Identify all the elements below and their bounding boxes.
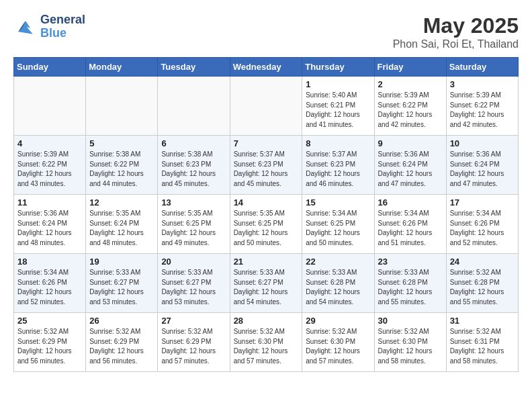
day-info: Sunrise: 5:35 AM Sunset: 6:25 PM Dayligh…: [161, 209, 226, 248]
day-info: Sunrise: 5:40 AM Sunset: 6:21 PM Dayligh…: [306, 91, 370, 130]
day-number: 30: [378, 316, 443, 326]
day-number: 3: [450, 79, 515, 89]
weekday-header: Thursday: [302, 58, 374, 77]
calendar-week-row: 11Sunrise: 5:36 AM Sunset: 6:24 PM Dayli…: [14, 195, 519, 254]
day-info: Sunrise: 5:33 AM Sunset: 6:28 PM Dayligh…: [306, 268, 370, 307]
day-number: 5: [89, 138, 154, 148]
logo-line2: Blue: [40, 27, 85, 40]
day-number: 17: [450, 197, 515, 208]
calendar-cell: 25Sunrise: 5:32 AM Sunset: 6:29 PM Dayli…: [14, 313, 86, 372]
day-number: 20: [161, 257, 226, 267]
day-info: Sunrise: 5:36 AM Sunset: 6:24 PM Dayligh…: [378, 150, 443, 189]
day-info: Sunrise: 5:32 AM Sunset: 6:30 PM Dayligh…: [306, 327, 370, 366]
day-number: 21: [234, 257, 299, 267]
logo: General Blue: [13, 13, 85, 40]
day-number: 10: [450, 138, 515, 148]
calendar-week-row: 25Sunrise: 5:32 AM Sunset: 6:29 PM Dayli…: [14, 313, 519, 372]
day-number: 16: [378, 197, 443, 208]
svg-marker-0: [18, 21, 33, 34]
day-info: Sunrise: 5:38 AM Sunset: 6:23 PM Dayligh…: [161, 150, 226, 189]
day-number: 22: [306, 257, 370, 267]
day-number: 2: [378, 79, 443, 89]
day-info: Sunrise: 5:37 AM Sunset: 6:23 PM Dayligh…: [306, 150, 370, 189]
weekday-header: Tuesday: [158, 58, 230, 77]
day-number: 7: [234, 138, 299, 148]
day-number: 19: [89, 257, 154, 267]
calendar-cell: [158, 77, 230, 136]
calendar-cell: 14Sunrise: 5:35 AM Sunset: 6:25 PM Dayli…: [230, 195, 302, 254]
day-info: Sunrise: 5:33 AM Sunset: 6:28 PM Dayligh…: [378, 268, 443, 307]
day-number: 18: [17, 257, 82, 267]
logo-text: General Blue: [40, 13, 85, 40]
day-info: Sunrise: 5:39 AM Sunset: 6:22 PM Dayligh…: [450, 91, 515, 130]
day-info: Sunrise: 5:32 AM Sunset: 6:29 PM Dayligh…: [17, 327, 82, 366]
day-info: Sunrise: 5:33 AM Sunset: 6:27 PM Dayligh…: [161, 268, 226, 307]
calendar-cell: 9Sunrise: 5:36 AM Sunset: 6:24 PM Daylig…: [374, 136, 446, 195]
calendar-cell: 20Sunrise: 5:33 AM Sunset: 6:27 PM Dayli…: [158, 254, 230, 313]
month-title: May 2025: [393, 13, 519, 38]
location-title: Phon Sai, Roi Et, Thailand: [393, 38, 519, 50]
calendar-cell: 27Sunrise: 5:32 AM Sunset: 6:29 PM Dayli…: [158, 313, 230, 372]
day-info: Sunrise: 5:32 AM Sunset: 6:29 PM Dayligh…: [161, 327, 226, 366]
page-header: General Blue May 2025 Phon Sai, Roi Et, …: [13, 13, 519, 50]
day-info: Sunrise: 5:39 AM Sunset: 6:22 PM Dayligh…: [17, 150, 82, 189]
day-number: 13: [161, 197, 226, 208]
day-info: Sunrise: 5:36 AM Sunset: 6:24 PM Dayligh…: [17, 209, 82, 248]
calendar-cell: 31Sunrise: 5:32 AM Sunset: 6:31 PM Dayli…: [446, 313, 518, 372]
calendar-cell: 30Sunrise: 5:32 AM Sunset: 6:30 PM Dayli…: [374, 313, 446, 372]
day-number: 24: [450, 257, 515, 267]
day-number: 31: [450, 316, 515, 326]
day-number: 27: [161, 316, 226, 326]
calendar-cell: 3Sunrise: 5:39 AM Sunset: 6:22 PM Daylig…: [446, 77, 518, 136]
calendar-cell: 8Sunrise: 5:37 AM Sunset: 6:23 PM Daylig…: [302, 136, 374, 195]
day-number: 15: [306, 197, 370, 208]
weekday-header: Wednesday: [230, 58, 302, 77]
day-info: Sunrise: 5:39 AM Sunset: 6:22 PM Dayligh…: [378, 91, 443, 130]
day-info: Sunrise: 5:38 AM Sunset: 6:22 PM Dayligh…: [89, 150, 154, 189]
calendar-cell: 28Sunrise: 5:32 AM Sunset: 6:30 PM Dayli…: [230, 313, 302, 372]
calendar-cell: 1Sunrise: 5:40 AM Sunset: 6:21 PM Daylig…: [302, 77, 374, 136]
calendar-cell: 21Sunrise: 5:33 AM Sunset: 6:27 PM Dayli…: [230, 254, 302, 313]
calendar-cell: 2Sunrise: 5:39 AM Sunset: 6:22 PM Daylig…: [374, 77, 446, 136]
day-number: 28: [234, 316, 299, 326]
calendar-week-row: 18Sunrise: 5:34 AM Sunset: 6:26 PM Dayli…: [14, 254, 519, 313]
calendar-cell: 6Sunrise: 5:38 AM Sunset: 6:23 PM Daylig…: [158, 136, 230, 195]
day-number: 9: [378, 138, 443, 148]
day-info: Sunrise: 5:35 AM Sunset: 6:24 PM Dayligh…: [89, 209, 154, 248]
day-number: 14: [234, 197, 299, 208]
logo-icon: [13, 15, 38, 39]
calendar-cell: 22Sunrise: 5:33 AM Sunset: 6:28 PM Dayli…: [302, 254, 374, 313]
calendar-week-row: 4Sunrise: 5:39 AM Sunset: 6:22 PM Daylig…: [14, 136, 519, 195]
day-info: Sunrise: 5:35 AM Sunset: 6:25 PM Dayligh…: [234, 209, 299, 248]
day-info: Sunrise: 5:34 AM Sunset: 6:26 PM Dayligh…: [17, 268, 82, 307]
day-number: 12: [89, 197, 154, 208]
calendar-cell: 7Sunrise: 5:37 AM Sunset: 6:23 PM Daylig…: [230, 136, 302, 195]
day-info: Sunrise: 5:33 AM Sunset: 6:27 PM Dayligh…: [89, 268, 154, 307]
day-info: Sunrise: 5:32 AM Sunset: 6:29 PM Dayligh…: [89, 327, 154, 366]
day-info: Sunrise: 5:32 AM Sunset: 6:30 PM Dayligh…: [378, 327, 443, 366]
calendar-cell: 10Sunrise: 5:36 AM Sunset: 6:24 PM Dayli…: [446, 136, 518, 195]
day-info: Sunrise: 5:32 AM Sunset: 6:28 PM Dayligh…: [450, 268, 515, 307]
weekday-header: Saturday: [446, 58, 518, 77]
day-info: Sunrise: 5:32 AM Sunset: 6:31 PM Dayligh…: [450, 327, 515, 366]
day-number: 29: [306, 316, 370, 326]
calendar-cell: 23Sunrise: 5:33 AM Sunset: 6:28 PM Dayli…: [374, 254, 446, 313]
day-number: 4: [17, 138, 82, 148]
weekday-header-row: SundayMondayTuesdayWednesdayThursdayFrid…: [14, 58, 519, 77]
calendar-cell: 12Sunrise: 5:35 AM Sunset: 6:24 PM Dayli…: [86, 195, 158, 254]
logo-line1: General: [40, 13, 85, 27]
day-number: 25: [17, 316, 82, 326]
calendar-cell: 29Sunrise: 5:32 AM Sunset: 6:30 PM Dayli…: [302, 313, 374, 372]
day-number: 1: [306, 79, 370, 89]
calendar-cell: 17Sunrise: 5:34 AM Sunset: 6:26 PM Dayli…: [446, 195, 518, 254]
day-number: 26: [89, 316, 154, 326]
day-info: Sunrise: 5:34 AM Sunset: 6:26 PM Dayligh…: [450, 209, 515, 248]
calendar-cell: [14, 77, 86, 136]
day-info: Sunrise: 5:34 AM Sunset: 6:26 PM Dayligh…: [378, 209, 443, 248]
day-info: Sunrise: 5:36 AM Sunset: 6:24 PM Dayligh…: [450, 150, 515, 189]
calendar-cell: 4Sunrise: 5:39 AM Sunset: 6:22 PM Daylig…: [14, 136, 86, 195]
calendar-cell: 15Sunrise: 5:34 AM Sunset: 6:25 PM Dayli…: [302, 195, 374, 254]
calendar-cell: [230, 77, 302, 136]
calendar-week-row: 1Sunrise: 5:40 AM Sunset: 6:21 PM Daylig…: [14, 77, 519, 136]
weekday-header: Monday: [86, 58, 158, 77]
